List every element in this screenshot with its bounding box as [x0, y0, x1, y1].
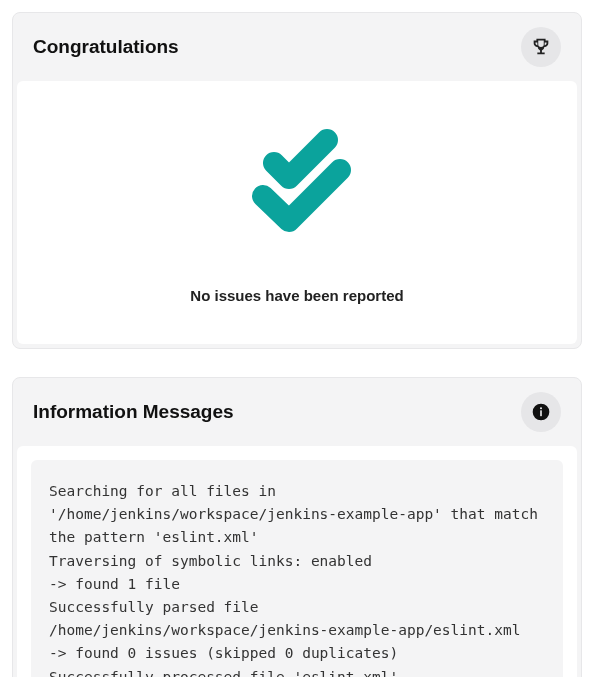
congratulations-header: Congratulations — [13, 13, 581, 81]
information-messages-title: Information Messages — [33, 401, 234, 423]
information-messages-header: Information Messages — [13, 378, 581, 446]
congratulations-card: Congratulations No issues have been repo… — [12, 12, 582, 349]
svg-rect-1 — [540, 410, 542, 416]
information-messages-card: Information Messages Searching for all f… — [12, 377, 582, 677]
log-output: Searching for all files in '/home/jenkin… — [31, 460, 563, 677]
double-check-icon — [37, 121, 557, 251]
information-messages-body: Searching for all files in '/home/jenkin… — [17, 446, 577, 677]
trophy-icon — [521, 27, 561, 67]
congratulations-body: No issues have been reported — [17, 81, 577, 344]
congratulations-title: Congratulations — [33, 36, 179, 58]
info-icon — [521, 392, 561, 432]
svg-point-2 — [540, 407, 542, 409]
no-issues-text: No issues have been reported — [37, 287, 557, 304]
